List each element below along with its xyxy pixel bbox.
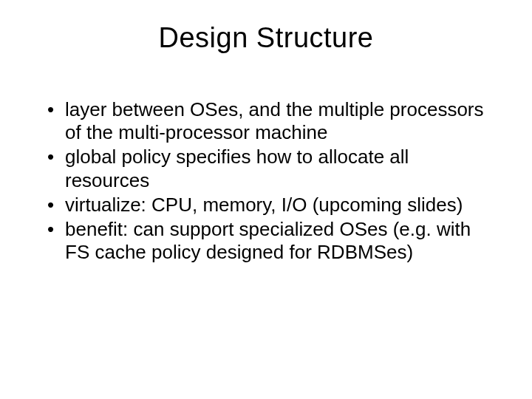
bullet-item: global policy specifies how to allocate …: [44, 146, 488, 191]
bullet-item: layer between OSes, and the multiple pro…: [44, 98, 488, 144]
slide-title: Design Structure: [44, 22, 488, 54]
bullet-item: virtualize: CPU, memory, I/O (upcoming s…: [44, 194, 488, 216]
slide-container: Design Structure layer between OSes, and…: [0, 0, 532, 399]
bullet-list: layer between OSes, and the multiple pro…: [44, 98, 488, 264]
bullet-item: benefit: can support specialized OSes (e…: [44, 218, 488, 264]
